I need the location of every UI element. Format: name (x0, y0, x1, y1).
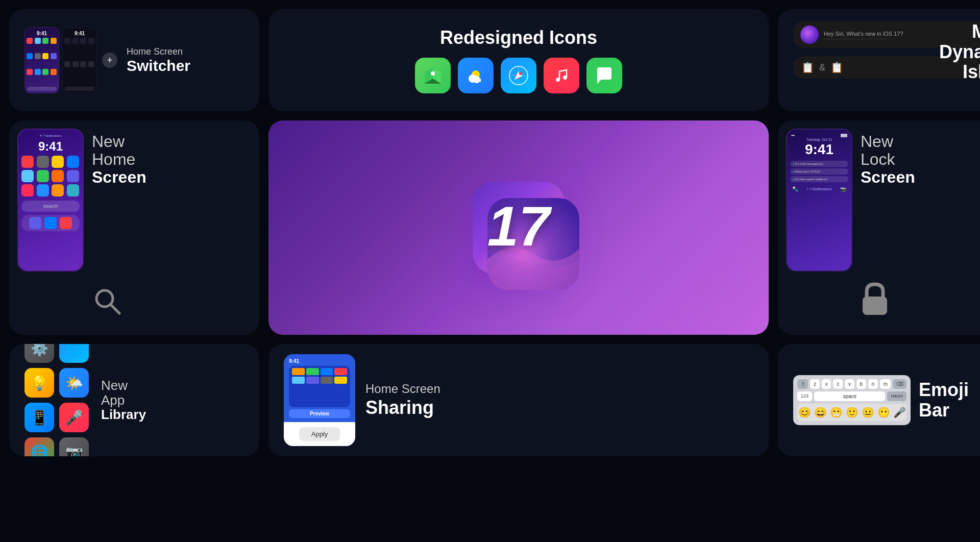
phone1-dock (27, 87, 57, 91)
phone-group: 9:41 9:41 (24, 27, 117, 93)
card-redesigned: Redesigned Icons (268, 9, 769, 111)
phone-mock-2: 9:41 (62, 27, 97, 93)
emoji-char[interactable]: 😶 (877, 406, 890, 418)
card-switcher: 9:41 9:41 (9, 9, 259, 111)
emoji-char[interactable]: 😐 (862, 406, 874, 418)
app-icon (67, 184, 79, 196)
prev-app (292, 368, 305, 375)
app-dot (88, 61, 94, 67)
dock-app (44, 217, 57, 229)
phone1-grid (25, 36, 59, 85)
app-dot (42, 69, 48, 75)
emoji-title-line2: Bar (919, 400, 969, 421)
lib-icon-chrome: 🌐 (24, 437, 54, 456)
dynamic-title-line2: Dynamic (939, 42, 980, 62)
phone-mock-1: 9:41 (24, 27, 59, 93)
key-x[interactable]: x (822, 379, 831, 389)
siri-orb (800, 26, 819, 44)
maps-icon (415, 58, 451, 93)
home-phone-time: 9:41 (21, 139, 80, 154)
key-123[interactable]: 123 (797, 391, 812, 401)
emoji-char[interactable]: 🙂 (846, 406, 859, 418)
app-icon (52, 184, 64, 196)
app-dot (88, 38, 94, 44)
key-return[interactable]: return (887, 391, 906, 401)
home-content: ✦ 7 Notifications 9:41 (9, 120, 259, 335)
notif-icon: ● (793, 170, 794, 173)
notif-icon: ● (793, 162, 794, 165)
dock-app (29, 217, 41, 229)
prev-app (292, 377, 305, 384)
app-dot (35, 38, 41, 44)
app-dot (27, 38, 33, 44)
emoji-title-line1: Emoji (919, 380, 969, 400)
maps-svg (423, 65, 443, 86)
app-icon (52, 170, 64, 182)
lock-right: New Lock Screen (852, 120, 923, 335)
lock-title-line1: New (861, 133, 915, 151)
app-icon (37, 156, 49, 168)
key-v[interactable]: v (845, 379, 854, 389)
lock-icon (861, 282, 889, 323)
svg-point-3 (431, 71, 435, 76)
home-title-line1: New (92, 133, 146, 151)
card-emoji-bar: ⇧ z x c v b n m ⌫ 123 space return 😊 😄 😁 (778, 344, 980, 456)
sharing-phone-time: 9:41 (289, 358, 350, 364)
music-svg (552, 66, 571, 85)
lib-icon-appstore: 📱 (24, 403, 54, 432)
key-delete[interactable]: ⌫ (893, 379, 906, 389)
kbd-row-top: ⇧ z x c v b n m ⌫ (797, 379, 906, 389)
emoji-mic[interactable]: 🎤 (893, 406, 906, 418)
lock-flashlight: 🔦 (792, 186, 798, 192)
key-space[interactable]: space (814, 391, 885, 401)
lib-title-line1: New (101, 378, 146, 393)
switcher-title: Home Screen Switcher (127, 46, 190, 74)
lock-phone: ●● ▓▓▓ Tuesday, Oct 21 9:41 ● Tim Cook m… (786, 129, 852, 272)
app-library-title: New App Library (101, 378, 146, 422)
lock-bottom-bar: 🔦 + 7 Notifications 📷 (790, 186, 848, 192)
sharing-apply-button[interactable]: Apply (299, 427, 340, 441)
card-dynamic-island: Hey Siri, What's new in iOS 17? 📋 & 📋 Mo… (778, 9, 980, 111)
key-m[interactable]: m (880, 379, 891, 389)
safari-icon (501, 58, 536, 93)
key-b[interactable]: b (856, 379, 866, 389)
lock-camera: 📷 (840, 186, 846, 192)
redesigned-title: Redesigned Icons (440, 27, 597, 48)
add-button[interactable]: + (102, 53, 117, 68)
app-icon (21, 184, 34, 196)
app-dot (35, 53, 41, 59)
app-dot (51, 38, 57, 44)
phone1-time: 9:41 (25, 31, 59, 36)
key-z[interactable]: z (810, 379, 820, 389)
ios17-number: 17 (487, 194, 550, 257)
emoji-char[interactable]: 😊 (798, 406, 811, 418)
kbd-row-bottom: 123 space return (797, 391, 906, 401)
card-home-screen-sharing: 9:41 Preview Apply (268, 344, 769, 456)
app-icon (52, 156, 64, 168)
icons-row (415, 58, 622, 93)
lib-icon-camera: 📷 (59, 437, 89, 456)
lib-icon-safari: 🌐 (59, 344, 89, 363)
lock-notif-count: + 7 Notifications (806, 187, 832, 191)
lock-title-line3: Screen (861, 168, 915, 186)
emoji-char[interactable]: 😄 (814, 406, 827, 418)
lib-title-line2: App (101, 393, 146, 408)
svg-rect-7 (472, 79, 481, 82)
card-app-library: ⚙️ 🌐 💡 🌤️ 📱 🎤 🌐 📷 New App Library (9, 344, 259, 456)
lib-icon-settings: ⚙️ (24, 344, 54, 363)
emoji-char[interactable]: 😁 (830, 406, 843, 418)
app-dot (72, 38, 79, 44)
app-dot (27, 53, 33, 59)
lock-notifications: ● Tim Cook messaged you ● Wanna buy a 16… (790, 161, 848, 182)
emoji-bar-strip: 😊 😄 😁 🙂 😐 😶 🎤 (797, 404, 906, 421)
home-title-line3: Screen (92, 168, 146, 186)
key-shift: ⇧ (797, 379, 808, 389)
lock-title-line2: Lock (861, 151, 915, 168)
home-screen-title: New Home Screen (92, 133, 146, 187)
app-dot (42, 38, 48, 44)
switcher-maintitle: Switcher (127, 57, 190, 74)
emoji-keyboard: ⇧ z x c v b n m ⌫ 123 space return 😊 😄 😁 (793, 375, 911, 425)
key-c[interactable]: c (833, 379, 843, 389)
siri-content: Hey Siri, What's new in iOS 17? (824, 31, 903, 39)
key-n[interactable]: n (868, 379, 878, 389)
